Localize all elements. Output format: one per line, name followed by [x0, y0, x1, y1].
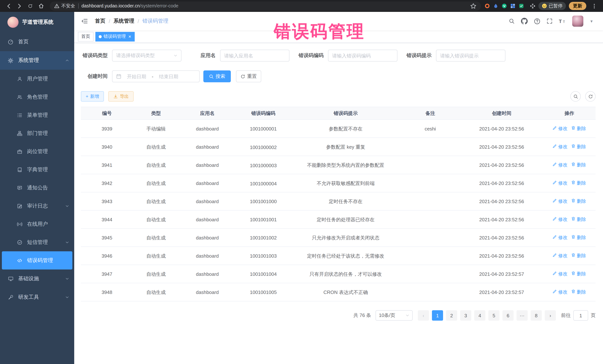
refresh-icon	[241, 74, 245, 79]
delete-link[interactable]: 删除	[571, 252, 586, 260]
sidebar-item-menus[interactable]: 菜单管理	[0, 106, 74, 124]
sidebar-item-home[interactable]: 首页	[0, 33, 74, 51]
pager-more[interactable]: ···	[517, 310, 528, 321]
edit-link[interactable]: 修改	[553, 215, 568, 224]
home-icon[interactable]	[36, 1, 46, 11]
tag-close-icon[interactable]: ×	[128, 34, 131, 39]
pager-page-4[interactable]: 4	[474, 310, 485, 321]
sidebar-item-users[interactable]: 用户管理	[0, 70, 74, 88]
user-avatar[interactable]	[572, 16, 583, 27]
extension-icon-green-v[interactable]	[501, 3, 507, 9]
delete-link[interactable]: 删除	[571, 215, 586, 224]
cell-time: 2021-04-20 23:52:57	[460, 265, 543, 283]
export-button[interactable]: 导出	[108, 91, 134, 101]
filter-app-name: 应用名	[190, 50, 290, 62]
help-icon[interactable]	[534, 18, 540, 24]
add-button[interactable]: + 新增	[81, 91, 104, 101]
edit-link[interactable]: 修改	[553, 161, 568, 169]
breadcrumb-system[interactable]: 系统管理	[114, 18, 134, 24]
github-icon[interactable]	[521, 18, 528, 24]
pager-page-8[interactable]: 8	[531, 310, 542, 321]
edit-link[interactable]: 修改	[553, 288, 568, 297]
pager-page-3[interactable]: 3	[460, 310, 471, 321]
code-icon	[16, 258, 23, 263]
edit-link[interactable]: 修改	[553, 197, 568, 206]
sidebar-item-notices[interactable]: 通知公告	[0, 179, 74, 197]
pager-next[interactable]: ›	[545, 310, 556, 321]
delete-link[interactable]: 删除	[571, 179, 586, 188]
filter-label: 错误码编码	[298, 52, 324, 59]
cell-remark	[400, 247, 460, 265]
date-range-picker[interactable]: -	[112, 70, 200, 82]
error-hint-input[interactable]	[440, 53, 501, 58]
goto-page-input[interactable]	[573, 310, 588, 321]
paused-badge[interactable]: 已暂停	[538, 2, 566, 10]
extension-icon-green-badge[interactable]	[519, 3, 524, 9]
pager-prev[interactable]: ‹	[418, 310, 429, 321]
sidebar-item-depts[interactable]: 部门管理	[0, 124, 74, 142]
chevron-down-icon[interactable]: ▼	[590, 19, 593, 23]
table-row: 3942自动生成dashboard1001000004不允许获取敏感配置到前端2…	[81, 174, 596, 192]
cell-hint: 参数配置 key 重复	[291, 138, 400, 156]
pager-page-6[interactable]: 6	[502, 310, 514, 321]
extension-icon-blue-grid[interactable]	[510, 3, 515, 9]
extension-icon-orange-ring[interactable]	[485, 3, 490, 9]
delete-link[interactable]: 删除	[571, 124, 586, 133]
tag-error-code[interactable]: 错误码管理 ×	[95, 32, 135, 41]
end-date-input[interactable]	[155, 74, 182, 79]
tag-home[interactable]: 首页	[78, 32, 93, 41]
edit-link[interactable]: 修改	[553, 270, 568, 278]
error-type-select[interactable]: 请选择错误码类型	[112, 50, 181, 62]
delete-link[interactable]: 删除	[571, 197, 586, 206]
toggle-search-button[interactable]	[570, 91, 581, 101]
breadcrumb-home[interactable]: 首页	[95, 18, 105, 24]
sidebar-item-audit-log[interactable]: 审计日志	[0, 197, 74, 215]
reload-icon[interactable]	[25, 1, 35, 11]
reset-button[interactable]: 重置	[236, 70, 261, 82]
pager-page-1[interactable]: 1	[432, 310, 443, 321]
warning-icon	[54, 3, 59, 9]
security-label[interactable]: 不安全	[54, 3, 75, 9]
delete-link[interactable]: 删除	[571, 270, 586, 278]
browser-menu-icon[interactable]	[589, 1, 599, 11]
sidebar-fold-icon[interactable]	[78, 18, 91, 24]
fullscreen-icon[interactable]	[547, 18, 553, 24]
sidebar-item-error-code[interactable]: 错误码管理	[2, 251, 72, 269]
sidebar-item-posts[interactable]: 岗位管理	[0, 142, 74, 161]
forward-icon[interactable]	[14, 1, 24, 11]
sidebar-item-roles[interactable]: 角色管理	[0, 88, 74, 106]
page-size-select[interactable]: 10条/页	[376, 310, 413, 321]
sidebar-item-infra[interactable]: 基础设施	[0, 269, 74, 288]
sidebar-item-sms[interactable]: 短信管理	[0, 233, 74, 251]
extension-icon-blue-drop[interactable]	[493, 3, 498, 9]
error-code-input[interactable]	[332, 53, 393, 58]
address-bar[interactable]: 不安全 dashboard.yudao.iocoder.cn/system/er…	[50, 1, 481, 11]
sidebar-item-dicts[interactable]: 字典管理	[0, 161, 74, 179]
delete-link[interactable]: 删除	[571, 233, 586, 242]
back-icon[interactable]	[4, 1, 14, 11]
sidebar-item-online-users[interactable]: 在线用户	[0, 215, 74, 233]
edit-link[interactable]: 修改	[553, 179, 568, 188]
start-date-input[interactable]	[123, 74, 150, 79]
edit-link[interactable]: 修改	[553, 252, 568, 260]
search-button[interactable]: 搜索	[203, 70, 231, 82]
sidebar-item-system[interactable]: 系统管理	[0, 51, 74, 70]
refresh-table-button[interactable]	[585, 91, 596, 101]
extensions-puzzle-icon[interactable]	[527, 1, 537, 11]
font-size-icon[interactable]: TT	[559, 18, 566, 24]
app-name-input[interactable]	[224, 53, 285, 58]
delete-link[interactable]: 删除	[571, 143, 586, 151]
edit-link[interactable]: 修改	[553, 233, 568, 242]
delete-link[interactable]: 删除	[571, 288, 586, 297]
search-icon	[209, 74, 214, 79]
pager-page-5[interactable]: 5	[488, 310, 499, 321]
bookmark-star-icon[interactable]	[470, 3, 476, 9]
delete-link[interactable]: 删除	[571, 161, 586, 169]
edit-link[interactable]: 修改	[553, 124, 568, 133]
pager-page-2[interactable]: 2	[446, 310, 457, 321]
update-button[interactable]: 更新	[569, 2, 586, 10]
edit-link[interactable]: 修改	[553, 143, 568, 151]
search-icon[interactable]	[509, 18, 515, 24]
logo[interactable]: 芋道管理系统	[0, 12, 74, 33]
sidebar-item-dev-tools[interactable]: 研发工具	[0, 288, 74, 307]
